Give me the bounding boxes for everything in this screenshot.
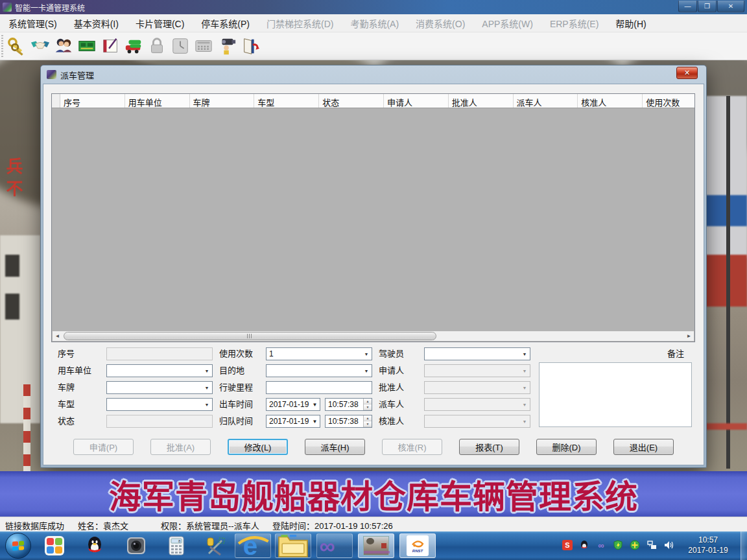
chevron-down-icon[interactable]: ▼ bbox=[361, 348, 372, 360]
delete-button[interactable]: 删除(D) bbox=[536, 439, 597, 455]
col-use-count[interactable]: 使用次数 bbox=[643, 94, 694, 108]
status-label: 状态 bbox=[58, 415, 75, 428]
users-icon[interactable] bbox=[53, 34, 75, 58]
plate-combobox[interactable]: ▼ bbox=[106, 381, 213, 394]
status-input bbox=[106, 415, 213, 428]
col-dispatcher[interactable]: 派车人 bbox=[514, 94, 578, 108]
col-status[interactable]: 状态 bbox=[319, 94, 384, 108]
dialog-titlebar[interactable]: 派车管理 bbox=[41, 65, 706, 84]
camera-app-icon[interactable] bbox=[126, 535, 147, 556]
driver-combobox[interactable]: ▼ bbox=[424, 347, 530, 360]
chevron-down-icon[interactable]: ▼ bbox=[202, 365, 212, 377]
app-grid-icon[interactable] bbox=[44, 535, 65, 556]
svg-text:∞: ∞ bbox=[319, 533, 335, 558]
col-plate[interactable]: 车牌 bbox=[190, 94, 255, 108]
photo-app-taskbar-button[interactable] bbox=[358, 533, 394, 558]
col-unit[interactable]: 用车单位 bbox=[125, 94, 190, 108]
qq-icon[interactable] bbox=[84, 535, 105, 556]
camera-icon[interactable] bbox=[216, 34, 238, 58]
model-label: 车型 bbox=[58, 398, 75, 411]
photo-lamp-pole bbox=[726, 96, 730, 469]
scrollbar-thumb[interactable] bbox=[64, 332, 436, 340]
sogou-icon[interactable]: S bbox=[562, 539, 573, 551]
scroll-right-icon[interactable]: ► bbox=[684, 331, 694, 341]
exit-button[interactable]: 退出(E) bbox=[613, 439, 674, 455]
dispatcher-label: 派车人 bbox=[379, 398, 404, 411]
verifier-combobox: ▼ bbox=[424, 415, 530, 428]
col-verifier[interactable]: 核准人 bbox=[578, 94, 643, 108]
dialog-close-button[interactable]: ✕ bbox=[676, 67, 698, 79]
remark-textarea[interactable] bbox=[539, 362, 692, 427]
menu-bar: 系统管理(S) 基本资料(I) 卡片管理(C) 停车系统(P) 门禁梯控系统(D… bbox=[0, 14, 747, 32]
dialog-icon bbox=[47, 70, 56, 79]
depart-date-picker[interactable]: 2017-01-19 ▼ bbox=[266, 398, 320, 411]
restore-button[interactable]: ❐ bbox=[698, 1, 717, 12]
show-desktop-button[interactable] bbox=[741, 531, 747, 560]
spin-down-icon[interactable]: ▼ bbox=[364, 421, 372, 427]
rnst-app-taskbar-button[interactable]: RNST bbox=[399, 533, 436, 558]
modify-button[interactable]: 修改(L) bbox=[228, 439, 288, 455]
clock-date: 2017-01-19 bbox=[678, 545, 738, 555]
chevron-down-icon[interactable]: ▼ bbox=[310, 402, 320, 408]
menu-basic-data[interactable]: 基本资料(I) bbox=[65, 14, 127, 32]
chevron-down-icon: ▼ bbox=[519, 399, 530, 410]
use-count-value: 1 bbox=[267, 349, 361, 358]
col-applicant[interactable]: 申请人 bbox=[384, 94, 449, 108]
model-combobox[interactable]: ▼ bbox=[106, 398, 213, 411]
start-button[interactable] bbox=[5, 533, 31, 559]
tools-icon[interactable] bbox=[205, 535, 226, 556]
menu-card[interactable]: 卡片管理(C) bbox=[127, 14, 193, 32]
dispatch-table[interactable]: 序号 用车单位 车牌 车型 状态 申请人 批准人 派车人 核准人 使用次数 ◄ … bbox=[51, 93, 695, 342]
return-time-spinner[interactable]: 10:57:38 ▲▼ bbox=[325, 415, 372, 428]
volume-icon[interactable] bbox=[663, 539, 674, 551]
explorer-taskbar-button[interactable] bbox=[275, 533, 311, 558]
calculator-icon[interactable]: 8 bbox=[166, 535, 187, 556]
horizontal-scrollbar[interactable]: ◄ ► bbox=[53, 331, 694, 341]
minimize-button[interactable]: — bbox=[678, 1, 697, 12]
exit-door-icon[interactable] bbox=[239, 34, 261, 58]
dispatch-button[interactable]: 派车(H) bbox=[305, 439, 365, 455]
depart-time-spinner[interactable]: 10:57:38 ▲▼ bbox=[325, 398, 372, 411]
scroll-left-icon[interactable]: ◄ bbox=[53, 331, 62, 341]
chevron-down-icon[interactable]: ▼ bbox=[519, 348, 530, 360]
keys-icon[interactable] bbox=[6, 34, 28, 58]
close-button[interactable]: ✕ bbox=[717, 1, 744, 12]
spin-up-icon[interactable]: ▲ bbox=[364, 415, 372, 421]
chevron-down-icon[interactable]: ▼ bbox=[361, 365, 372, 377]
mileage-input[interactable] bbox=[266, 381, 372, 394]
ie-taskbar-button[interactable]: e bbox=[235, 533, 271, 558]
network-icon[interactable] bbox=[646, 539, 658, 551]
report-button[interactable]: 报表(T) bbox=[459, 439, 519, 455]
menu-system[interactable]: 系统管理(S) bbox=[0, 14, 65, 32]
qq-tray-icon[interactable] bbox=[578, 539, 590, 551]
chevron-down-icon[interactable]: ▼ bbox=[202, 382, 212, 393]
vehicles-icon[interactable] bbox=[123, 34, 145, 58]
return-date-picker[interactable]: 2017-01-19 ▼ bbox=[266, 415, 320, 428]
taskbar-clock[interactable]: 10:57 2017-01-19 bbox=[678, 535, 738, 555]
menu-help[interactable]: 帮助(H) bbox=[607, 14, 654, 32]
chevron-down-icon[interactable]: ▼ bbox=[202, 399, 212, 410]
chevron-down-icon[interactable]: ▼ bbox=[310, 419, 320, 425]
taskbar: 8 e ∞ bbox=[0, 531, 747, 560]
col-model[interactable]: 车型 bbox=[254, 94, 319, 108]
visual-studio-taskbar-button[interactable]: ∞ bbox=[316, 533, 353, 558]
handshake-icon[interactable] bbox=[29, 34, 51, 58]
register-icon[interactable] bbox=[99, 34, 121, 58]
user-name: 姓名：袁杰文 bbox=[78, 519, 128, 531]
plus-circle-icon[interactable] bbox=[629, 539, 641, 551]
use-count-combobox[interactable]: 1 ▼ bbox=[266, 347, 372, 360]
card-reader-icon[interactable] bbox=[76, 34, 98, 58]
vs-tray-icon[interactable]: ∞ bbox=[595, 539, 607, 551]
spin-down-icon[interactable]: ▼ bbox=[364, 404, 372, 410]
destination-combobox[interactable]: ▼ bbox=[266, 364, 372, 377]
clock-icon bbox=[169, 34, 191, 58]
spin-up-icon[interactable]: ▲ bbox=[364, 399, 372, 404]
menu-parking[interactable]: 停车系统(P) bbox=[193, 14, 258, 32]
col-seq[interactable]: 序号 bbox=[60, 94, 125, 108]
clock-time: 10:57 bbox=[678, 535, 738, 545]
unit-combobox[interactable]: ▼ bbox=[106, 364, 213, 377]
shield-icon[interactable] bbox=[612, 539, 624, 551]
scrollbar-track[interactable] bbox=[62, 331, 684, 341]
col-approver[interactable]: 批准人 bbox=[449, 94, 514, 108]
system-banner: 海军青岛舰船器材仓库车辆管理系统 bbox=[0, 471, 747, 517]
